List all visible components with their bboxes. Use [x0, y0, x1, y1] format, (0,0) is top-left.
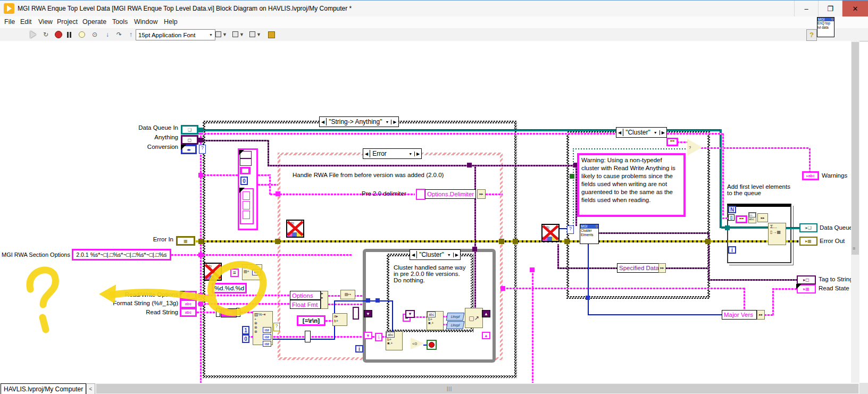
case-next-icon[interactable]: ▶ [414, 152, 421, 156]
array-to-cluster-node[interactable]: ▨↦ [340, 290, 355, 299]
context-help-button[interactable]: ? [806, 29, 817, 41]
vertical-scrollbar-thumb[interactable] [852, 42, 859, 255]
abort-button[interactable] [53, 29, 64, 40]
case-prev-icon[interactable]: ◀ [410, 253, 416, 257]
case-prev-icon[interactable]: ◀ [616, 130, 623, 135]
cluster-constant[interactable]: 0 [238, 148, 258, 230]
step-into-button[interactable]: ↓ [102, 29, 113, 40]
shift-register-left[interactable]: ▼ [364, 310, 372, 317]
case-dropdown-icon[interactable]: ▼ [385, 120, 391, 124]
constant-section-options[interactable]: 2.0.1 %s*~□|.□%s*~□|.□%s*~□|.□%s [72, 249, 171, 261]
disabled-vi-node[interactable]: Info [541, 224, 560, 242]
for-loop-iteration-terminal[interactable]: i [728, 246, 736, 254]
for-loop-count-terminal[interactable]: N [728, 206, 736, 213]
empty-string-constant[interactable]: "" [666, 138, 678, 146]
empty-string-constant[interactable]: "" [736, 215, 747, 223]
context-back-button[interactable]: < [86, 383, 95, 394]
unbundle-label-options[interactable]: Options [290, 291, 321, 300]
shift-register-left[interactable]: ▼ [364, 332, 372, 339]
case-dropdown-icon[interactable]: ▼ [654, 131, 660, 135]
terminal-rw-options[interactable]: ▦ [180, 291, 197, 300]
equals-node[interactable]: = [230, 269, 239, 277]
bundle-by-name-icon[interactable]: ▸▸ [477, 189, 486, 199]
enqueue-element-node[interactable]: Σ... ▯→▦ [768, 223, 786, 245]
case-selector-label[interactable]: Error [370, 150, 408, 157]
menu-view[interactable]: View [38, 18, 53, 26]
case-next-icon[interactable]: ▶ [660, 130, 666, 135]
font-selector[interactable]: 15pt Application Font ▼ [136, 29, 215, 40]
stop-led[interactable] [427, 340, 437, 350]
constant-regex[interactable]: [=\r\n] [297, 315, 326, 326]
run-continuous-button[interactable]: ↻ [40, 29, 51, 40]
case-selector-label[interactable]: "String-> Anything" [326, 118, 385, 125]
case-dropdown-icon[interactable]: ▼ [447, 253, 453, 257]
indicator-error-out[interactable]: ▸▦ [799, 237, 817, 246]
vi-icon[interactable]: MGI⚲ EnQ top lvl data [817, 17, 834, 37]
terminal-format-string[interactable]: abc [180, 299, 197, 308]
case-dropdown-icon[interactable]: ▼ [408, 152, 414, 156]
unbundle-label-float-fmt[interactable]: Float Fmt [290, 300, 321, 309]
menu-help[interactable]: Help [164, 18, 178, 26]
minimize-button[interactable]: – [794, 1, 818, 16]
indicator-read-state[interactable]: ▸▦ [797, 284, 816, 294]
indicator-data-queue-out[interactable]: ▸❏ [799, 223, 817, 232]
unbundle-arrow-node[interactable]: ▼ [405, 310, 415, 318]
case-selector-label[interactable]: "Cluster" [623, 129, 654, 136]
case-selector-inner[interactable]: ◀ "Cluster" ▼ ▶ [410, 249, 461, 260]
terminal-conversion[interactable]: ◂▸ [181, 145, 197, 154]
step-over-button[interactable]: ↷ [114, 29, 124, 40]
menu-operate[interactable]: Operate [82, 18, 106, 26]
indicator-warnings[interactable]: ▸abc [802, 171, 819, 180]
match-pattern-node[interactable]: a▸b+ [332, 313, 347, 326]
case-next-icon[interactable]: ▶ [391, 120, 398, 124]
unreplicate-node[interactable]: Unrpl [446, 313, 465, 321]
case-selector-error[interactable]: ◀ Error ▼ ▶ [363, 148, 422, 159]
highlight-execution-button[interactable] [77, 29, 87, 40]
run-button[interactable] [28, 29, 38, 40]
terminal-data-queue-in[interactable]: ❏ [181, 125, 198, 135]
unreplicate-node[interactable]: Unrpl [446, 321, 465, 329]
bundle-label-options-delimiter[interactable]: Options.Delimiter [425, 189, 476, 199]
bundle-by-name-icon[interactable]: ▸▸ [658, 263, 666, 273]
shift-register-right[interactable]: ▲ [482, 310, 490, 317]
case-selector-label[interactable]: "Cluster" [416, 251, 447, 258]
maximize-button[interactable]: ❐ [818, 1, 842, 16]
disabled-vi-node[interactable]: Info [286, 220, 304, 238]
delimiter-constant[interactable] [416, 189, 425, 200]
constant-one[interactable]: 1 [242, 326, 249, 334]
menu-project[interactable]: Project [57, 18, 78, 26]
index-array-node[interactable]: abc b+■.+ [427, 311, 444, 330]
disabled-vi-node[interactable]: Info [204, 263, 222, 281]
step-out-button[interactable]: ↑ [126, 29, 136, 40]
terminal-anything[interactable]: ▢ [181, 135, 198, 145]
mgi-cluster-elements-vi[interactable]: MGI⚲ ClusterElments [580, 224, 599, 244]
bundle-label-specified-data[interactable]: Specified Data [617, 263, 661, 273]
case-selector-right[interactable]: ◀ "Cluster" ▼ ▶ [616, 127, 667, 138]
shift-register-right[interactable]: ▲ [482, 332, 490, 339]
scan-value-node[interactable]: □+▨+ I32 [242, 264, 262, 280]
cleanup-diagram-button[interactable] [266, 29, 277, 40]
constant-version-format[interactable]: %d.%d.%d [212, 283, 247, 294]
bundle-node[interactable]: ▭abc [748, 212, 756, 223]
case-prev-icon[interactable]: ◀ [320, 120, 326, 124]
index-array-node[interactable]: abc b+■.+ [386, 331, 403, 350]
bundle-label-major-vers[interactable]: Major Vers [722, 310, 757, 320]
menu-file[interactable]: File [4, 18, 15, 26]
indicator-tag-to-string[interactable]: ▸▢ [797, 275, 816, 284]
to-variant-node[interactable]: ▢↗ [465, 308, 483, 328]
menu-edit[interactable]: Edit [20, 18, 32, 26]
constant-zero[interactable]: 0 [242, 334, 249, 343]
string-node[interactable]: abc [221, 308, 237, 317]
unbundle-by-name-icon[interactable]: ▸▸ [321, 291, 328, 309]
case-prev-icon[interactable]: ◀ [363, 152, 370, 156]
build-array-node[interactable]: ▸▸ [757, 213, 768, 222]
retain-wire-values-button[interactable]: ⊙ [89, 29, 100, 40]
case-selector-outer[interactable]: ◀ "String-> Anything" ▼ ▶ [319, 116, 399, 127]
close-button[interactable]: ✕ [842, 1, 868, 16]
bundle-by-name-icon[interactable]: ▸▸ [757, 310, 765, 320]
array-index-arrow[interactable]: ⇩ [375, 333, 382, 341]
horizontal-scrollbar-thumb[interactable] [96, 384, 858, 393]
terminal-error-in[interactable]: ▦ [176, 236, 195, 246]
distribute-objects-button[interactable]: ▼ [231, 29, 246, 39]
terminal-read-string[interactable]: abc [180, 308, 197, 317]
